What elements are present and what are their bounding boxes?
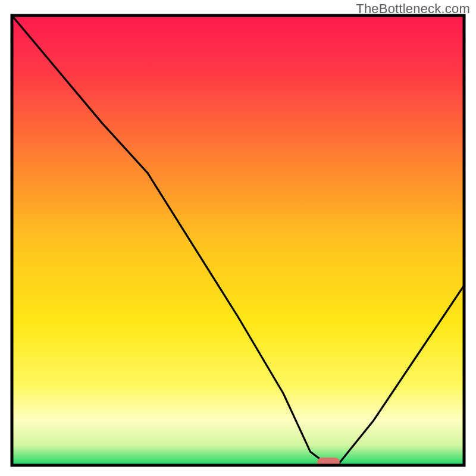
gradient-background	[12, 15, 464, 465]
plot-area	[12, 15, 464, 467]
watermark-text: TheBottleneck.com	[356, 1, 470, 17]
chart-frame: TheBottleneck.com	[0, 0, 476, 476]
bottleneck-chart	[0, 0, 476, 476]
